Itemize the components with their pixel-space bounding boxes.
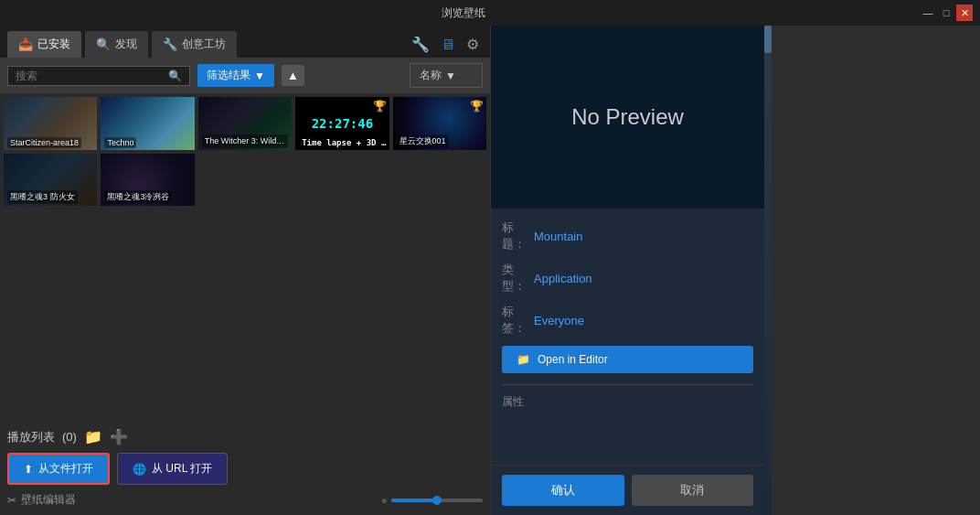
tab-installed[interactable]: 📥 已安装	[7, 31, 81, 58]
cancel-button[interactable]: 取消	[632, 475, 754, 506]
no-preview-text: No Preview	[571, 104, 684, 130]
divider	[502, 384, 753, 385]
right-wrapper: No Preview 标题： Mountain 类型： Application	[490, 26, 980, 515]
bottom-bar: 播放列表 (0) 📁 ➕ ⬆ 从文件打开 🌐 从 URL 打开	[0, 421, 490, 515]
wallpaper-item[interactable]: Techno	[101, 97, 194, 150]
filter-icon: ▼	[254, 70, 265, 82]
close-button[interactable]: ✕	[956, 5, 973, 21]
playlist-add-icon[interactable]: ➕	[110, 428, 128, 445]
badge-icon: 🏆	[470, 100, 484, 113]
discover-icon: 🔍	[96, 38, 111, 51]
settings-icon[interactable]: ⚙	[466, 36, 479, 53]
right-panel-inner: No Preview 标题： Mountain 类型： Application	[491, 26, 764, 515]
right-panel: No Preview 标题： Mountain 类型： Application	[490, 26, 764, 515]
meta-tag-value: Everyone	[534, 314, 584, 327]
wallpaper-item[interactable]: 22:27:46 🏆 Time lapse + 3D Digital Clock	[295, 97, 389, 150]
sort-name-button[interactable]: 名称 ▼	[410, 63, 483, 88]
scissors-icon: ✂	[7, 494, 16, 507]
meta-type-row: 类型： Application	[502, 262, 753, 295]
wallpaper-item[interactable]: 黑嗜之魂3冷冽谷	[101, 154, 194, 207]
action-buttons: ⬆ 从文件打开 🌐 从 URL 打开	[7, 453, 483, 485]
search-box[interactable]: 🔍	[7, 66, 190, 86]
meta-title-value: Mountain	[534, 230, 582, 243]
meta-title-label: 标题：	[502, 220, 534, 252]
search-input[interactable]	[16, 70, 168, 82]
main-window: 浏览壁纸 — □ ✕ 📥 已安装 🔍 发现 🔧 创意工坊	[0, 0, 980, 515]
metadata: 标题： Mountain 类型： Application 标签： Everyon…	[491, 209, 764, 465]
monitor-icon[interactable]: 🖥	[441, 37, 455, 53]
search-icon[interactable]: 🔍	[168, 70, 182, 82]
title-bar-title: 浏览壁纸	[7, 5, 920, 21]
wallpaper-item[interactable]: 🏆 星云交换001	[393, 97, 486, 150]
playlist-header: 播放列表 (0) 📁 ➕	[7, 428, 483, 445]
sort-chevron-icon: ▼	[445, 70, 456, 82]
attr-label: 属性	[502, 395, 524, 408]
left-panel: 📥 已安装 🔍 发现 🔧 创意工坊 🔧 🖥 ⚙	[0, 26, 490, 515]
open-file-button[interactable]: ⬆ 从文件打开	[7, 453, 110, 485]
tools-icon[interactable]: 🔧	[411, 36, 430, 53]
slider-thumb[interactable]	[432, 496, 442, 505]
meta-tag-row: 标签： Everyone	[502, 304, 753, 337]
globe-icon: 🌐	[133, 463, 146, 476]
playlist-folder-icon[interactable]: 📁	[84, 428, 102, 445]
toolbar: 🔍 筛选结果 ▼ ▲ 名称 ▼	[0, 58, 490, 93]
maximize-button[interactable]: □	[938, 5, 954, 21]
editor-button[interactable]: ✂ 壁纸编辑器	[7, 492, 76, 508]
wallpaper-item[interactable]: The Witcher 3: Wild Hunt Main Menu巫师3本体主…	[198, 97, 292, 150]
open-url-button[interactable]: 🌐 从 URL 打开	[117, 453, 228, 485]
title-bar-controls: — □ ✕	[920, 5, 973, 21]
slider-track[interactable]	[391, 499, 483, 502]
meta-tag-label: 标签：	[502, 304, 534, 337]
meta-title-row: 标题： Mountain	[502, 220, 753, 252]
minimize-button[interactable]: —	[920, 5, 936, 21]
workshop-icon: 🔧	[163, 38, 177, 51]
wallpaper-item[interactable]: 黑嗜之魂3 防火女	[4, 154, 97, 207]
confirm-button[interactable]: 确认	[502, 475, 624, 506]
volume-slider[interactable]: ●	[381, 494, 483, 507]
bottom-actions: 确认 取消	[491, 465, 764, 515]
scrollbar-thumb[interactable]	[764, 26, 772, 53]
installed-icon: 📥	[18, 38, 33, 51]
wallpaper-editor-bar: ✂ 壁纸编辑器 ●	[7, 492, 483, 508]
wallpaper-grid: StarCitizen-area18 Techno The Witcher 3:…	[0, 93, 490, 421]
title-bar: 浏览壁纸 — □ ✕	[0, 0, 980, 26]
meta-type-value: Application	[534, 272, 592, 285]
meta-type-label: 类型：	[502, 262, 534, 295]
tab-bar: 📥 已安装 🔍 发现 🔧 创意工坊 🔧 🖥 ⚙	[0, 26, 490, 58]
main-content: 📥 已安装 🔍 发现 🔧 创意工坊 🔧 🖥 ⚙	[0, 26, 980, 515]
preview-area: No Preview	[491, 26, 764, 209]
open-in-editor-button[interactable]: 📁 Open in Editor	[502, 346, 753, 373]
wallpaper-item[interactable]: StarCitizen-area18	[4, 97, 97, 150]
top-icons: 🔧 🖥 ⚙	[411, 31, 483, 58]
tab-discover[interactable]: 🔍 发现	[85, 31, 148, 58]
filter-button[interactable]: 筛选结果 ▼	[197, 64, 274, 87]
volume-low-icon: ●	[381, 494, 388, 507]
sort-up-button[interactable]: ▲	[282, 65, 304, 86]
folder-icon: 📁	[517, 353, 530, 366]
tab-workshop[interactable]: 🔧 创意工坊	[152, 31, 237, 58]
right-scrollbar[interactable]	[764, 26, 772, 515]
badge-icon: 🏆	[373, 100, 387, 113]
slider-fill	[391, 499, 437, 502]
upload-icon: ⬆	[24, 463, 33, 476]
